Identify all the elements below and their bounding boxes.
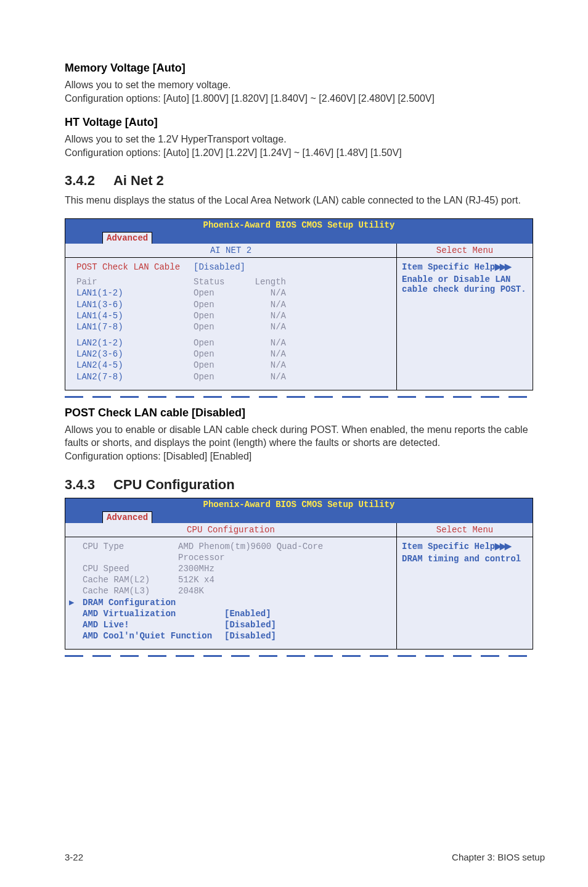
lan-length: N/A: [243, 310, 286, 321]
section-3-4-2-heading: 3.4.2 Ai Net 2: [65, 173, 545, 189]
pointer-icon: ▶: [69, 597, 74, 608]
cpu-option-label: AMD Live!: [83, 619, 224, 630]
lan-row: LAN1(3-6)OpenN/A: [76, 299, 390, 310]
header-pair: Pair: [76, 276, 194, 287]
bios-content: POST Check LAN Cable [Disabled] Pair Sta…: [65, 258, 533, 390]
cpu-info-row: Cache RAM(L2) 512K x4: [83, 574, 390, 585]
cpu-info-row: CPU TypeAMD Phenom(tm)9600 Quad-Core: [83, 541, 390, 552]
cpu-option-label: AMD Cool'n'Quiet Function: [83, 630, 224, 642]
section-3-4-3-heading: 3.4.3 CPU Configuration: [65, 477, 545, 493]
section-number: 3.4.3: [65, 477, 95, 493]
cpu-info-row: Cache RAM(L3)2048K: [83, 585, 390, 596]
lan-length: N/A: [243, 337, 286, 349]
cpu-info-label: CPU Type: [83, 541, 178, 552]
cpu-option-row[interactable]: ▶DRAM Configuration: [83, 597, 390, 608]
cpu-info-value: 2300MHz: [178, 563, 214, 574]
cpu-option-label: AMD Virtualization: [83, 608, 224, 619]
cpu-info-value: Processor: [178, 552, 225, 563]
lan-pair: LAN2(4-5): [76, 360, 194, 371]
cpu-option-row[interactable]: AMD Virtualization[Enabled]: [83, 608, 390, 619]
lan-row: LAN1(7-8)OpenN/A: [76, 321, 390, 332]
bios-content: CPU TypeAMD Phenom(tm)9600 Quad-CoreProc…: [65, 537, 533, 650]
lan-pair: LAN2(7-8): [76, 371, 194, 382]
lan-pair: LAN1(1-2): [76, 287, 194, 299]
lan-pair: LAN1(7-8): [76, 321, 194, 332]
cpu-info-value: AMD Phenom(tm)9600 Quad-Core: [178, 541, 323, 552]
post-check-row[interactable]: POST Check LAN Cable [Disabled]: [76, 262, 390, 273]
cpu-info-value: 512K x4: [178, 574, 214, 585]
lan-row: LAN2(1-2)OpenN/A: [76, 337, 390, 349]
bios-panel-right-title: Select Menu: [397, 244, 533, 258]
lan-row: LAN1(4-5)OpenN/A: [76, 310, 390, 321]
page-number: 3-22: [65, 852, 83, 862]
cpu-option-value[interactable]: [Disabled]: [224, 630, 276, 642]
lan-row: LAN1(1-2)OpenN/A: [76, 287, 390, 299]
post-check-heading: POST Check LAN cable [Disabled]: [65, 406, 545, 419]
lan-status: Open: [194, 371, 243, 382]
section-number: 3.4.2: [65, 173, 95, 189]
help-arrow-icon: ▶▶▶: [495, 541, 510, 551]
cpu-info-label: [83, 552, 178, 563]
help-arrow-icon: ▶▶▶: [495, 262, 510, 271]
dashed-divider: [65, 655, 533, 657]
bios-right-pane: Item Specific Help▶▶▶ Enable or Disable …: [397, 258, 533, 390]
bios-panel-left-title: CPU Configuration: [65, 523, 397, 537]
lan-status: Open: [194, 337, 243, 349]
help-text: DRAM timing and control: [402, 554, 528, 564]
help-text: Enable or Disable LAN cable check during…: [402, 274, 528, 294]
post-check-value[interactable]: [Disabled]: [194, 262, 286, 273]
lan-length: N/A: [243, 371, 286, 382]
lan-status: Open: [194, 360, 243, 371]
lan-header-row: Pair Status Length: [76, 276, 390, 287]
lan-row: LAN2(7-8)OpenN/A: [76, 371, 390, 382]
lan-length: N/A: [243, 299, 286, 310]
lan-length: N/A: [243, 349, 286, 360]
memory-voltage-heading: Memory Voltage [Auto]: [65, 62, 545, 75]
cpu-option-label: DRAM Configuration: [83, 597, 224, 608]
lan-status: Open: [194, 349, 243, 360]
bios-left-pane: CPU TypeAMD Phenom(tm)9600 Quad-CoreProc…: [65, 537, 397, 650]
lan-pair: LAN2(3-6): [76, 349, 194, 360]
lan-status: Open: [194, 321, 243, 332]
section-title: Ai Net 2: [113, 173, 164, 189]
help-label: Item Specific Help▶▶▶: [402, 262, 528, 272]
bios-tab-advanced[interactable]: Advanced: [102, 232, 152, 244]
bios-panel-left-title: AI NET 2: [65, 244, 397, 258]
lan-status: Open: [194, 287, 243, 299]
lan-row: LAN2(3-6)OpenN/A: [76, 349, 390, 360]
lan-pair: LAN1(4-5): [76, 310, 194, 321]
cpu-option-row[interactable]: AMD Cool'n'Quiet Function[Disabled]: [83, 630, 390, 642]
cpu-option-value[interactable]: [Enabled]: [224, 608, 271, 619]
section-3-4-2-intro: This menu displays the status of the Loc…: [65, 194, 545, 207]
bios-cpu-box: Phoenix-Award BIOS CMOS Setup Utility Ad…: [65, 498, 533, 650]
cpu-info-value: 2048K: [178, 585, 204, 596]
bios-ainet2-box: Phoenix-Award BIOS CMOS Setup Utility Ad…: [65, 218, 533, 390]
cpu-info-row: Processor: [83, 552, 390, 563]
lan-length: N/A: [243, 321, 286, 332]
bios-left-pane: POST Check LAN Cable [Disabled] Pair Sta…: [65, 258, 397, 390]
bios-panel-title: CPU Configuration Select Menu: [65, 523, 533, 537]
post-check-label: POST Check LAN Cable: [76, 262, 194, 273]
cpu-option-value[interactable]: [Disabled]: [224, 619, 276, 630]
help-label: Item Specific Help▶▶▶: [402, 541, 528, 551]
bios-tab-row: Advanced: [65, 231, 533, 244]
memory-voltage-body: Allows you to set the memory voltage. Co…: [65, 78, 545, 105]
page-footer: 3-22 Chapter 3: BIOS setup: [65, 852, 545, 862]
chapter-label: Chapter 3: BIOS setup: [452, 852, 545, 862]
cpu-info-row: CPU Speed2300MHz: [83, 563, 390, 574]
bios-title-bar: Phoenix-Award BIOS CMOS Setup Utility: [65, 498, 533, 511]
ht-voltage-heading: HT Voltage [Auto]: [65, 116, 545, 129]
cpu-option-row[interactable]: AMD Live![Disabled]: [83, 619, 390, 630]
lan-pair: LAN2(1-2): [76, 337, 194, 349]
ht-voltage-body: Allows you to set the 1.2V HyperTranspor…: [65, 133, 545, 159]
bios-right-pane: Item Specific Help▶▶▶ DRAM timing and co…: [397, 537, 533, 650]
cpu-info-label: Cache RAM(L2): [83, 574, 178, 585]
bios-tab-advanced[interactable]: Advanced: [102, 511, 152, 523]
lan-pair: LAN1(3-6): [76, 299, 194, 310]
bios-panel-right-title: Select Menu: [397, 523, 533, 537]
post-check-body: Allows you to enable or disable LAN cabl…: [65, 423, 545, 463]
lan-status: Open: [194, 299, 243, 310]
lan-row: LAN2(4-5)OpenN/A: [76, 360, 390, 371]
cpu-info-label: CPU Speed: [83, 563, 178, 574]
bios-tab-row: Advanced: [65, 511, 533, 523]
